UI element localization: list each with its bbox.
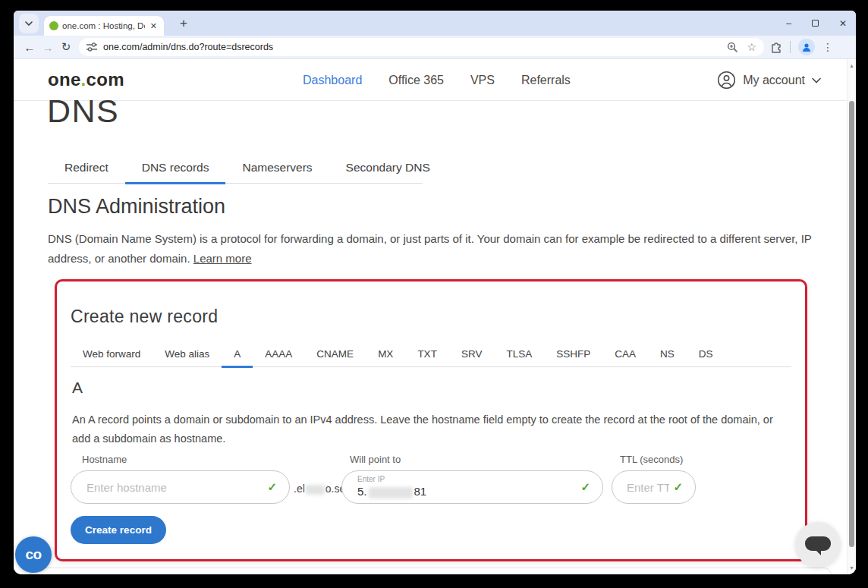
profile-avatar[interactable] bbox=[798, 39, 815, 55]
will-point-to-field[interactable]: Enter IP 5.81 ✓ bbox=[341, 470, 603, 504]
bookmark-star-icon[interactable]: ☆ bbox=[747, 41, 756, 53]
ip-valid-check-icon: ✓ bbox=[580, 480, 590, 494]
dns-section-tabs: Redirect DNS records Nameservers Seconda… bbox=[48, 152, 423, 184]
minimize-button[interactable]: – bbox=[786, 19, 791, 28]
learn-more-link[interactable]: Learn more bbox=[193, 252, 252, 265]
create-record-card: Create new record Web forward Web alias … bbox=[55, 279, 807, 561]
ip-suffix: 81 bbox=[414, 485, 427, 498]
my-account-label: My account bbox=[743, 74, 805, 87]
hostname-field[interactable]: ✓ bbox=[71, 470, 290, 504]
record-type-tabs: Web forward Web alias A AAAA CNAME MX TX… bbox=[71, 341, 791, 367]
domain-suffix-prefix: .el bbox=[294, 483, 305, 495]
next-card-edge bbox=[30, 568, 832, 574]
logo-one: one bbox=[48, 69, 81, 90]
nav-referrals[interactable]: Referrals bbox=[521, 74, 571, 87]
domain-suffix: .elo.se bbox=[294, 483, 345, 495]
page-title: DNS bbox=[47, 93, 119, 130]
dns-description-text: DNS (Domain Name System) is a protocol f… bbox=[48, 232, 812, 265]
record-tab-sshfp[interactable]: SSHFP bbox=[544, 341, 602, 366]
extensions-icon[interactable] bbox=[770, 41, 782, 53]
screenshot-canvas: one.com : Hosting, Domain, Em ✕ + – ✕ ← … bbox=[0, 0, 868, 588]
tab-nameservers[interactable]: Nameservers bbox=[225, 152, 329, 183]
record-tab-web-forward[interactable]: Web forward bbox=[71, 341, 153, 366]
tab-search-button[interactable] bbox=[19, 14, 39, 33]
a-record-heading: A bbox=[72, 379, 83, 397]
tab-close-icon[interactable]: ✕ bbox=[149, 21, 159, 31]
nav-dashboard[interactable]: Dashboard bbox=[303, 74, 362, 87]
url-bar[interactable]: one.com/admin/dns.do?route=dsrecords ☆ bbox=[79, 38, 764, 56]
nav-vps[interactable]: VPS bbox=[470, 74, 495, 87]
hostname-valid-check-icon: ✓ bbox=[267, 480, 277, 494]
dns-description: DNS (Domain Name System) is a protocol f… bbox=[48, 229, 816, 269]
browser-tabstrip: one.com : Hosting, Domain, Em ✕ + – ✕ bbox=[14, 11, 856, 36]
my-account-menu[interactable]: My account bbox=[717, 59, 821, 101]
tab-dns-records[interactable]: DNS records bbox=[125, 152, 226, 183]
chevron-down-icon bbox=[812, 77, 821, 83]
co-chat-badge[interactable]: co bbox=[15, 536, 52, 573]
close-button[interactable]: ✕ bbox=[839, 19, 847, 28]
record-tab-cname[interactable]: CNAME bbox=[304, 341, 366, 366]
one-com-logo: one.com bbox=[48, 69, 124, 90]
record-tab-web-alias[interactable]: Web alias bbox=[153, 341, 222, 366]
zoom-icon[interactable] bbox=[727, 42, 737, 52]
scrollbar-down-icon[interactable]: ▼ bbox=[848, 565, 856, 571]
tab-title: one.com : Hosting, Domain, Em bbox=[62, 21, 145, 30]
create-record-button[interactable]: Create record bbox=[71, 516, 166, 544]
browser-menu-icon[interactable]: ⋮ bbox=[822, 41, 833, 53]
record-tab-tlsa[interactable]: TLSA bbox=[494, 341, 544, 366]
a-record-description: An A record points a domain or subdomain… bbox=[72, 410, 787, 448]
browser-toolbar: ← → ↻ one.com/admin/dns.do?route=dsrecor… bbox=[14, 36, 856, 59]
url-text[interactable]: one.com/admin/dns.do?route=dsrecords bbox=[103, 42, 718, 52]
browser-tab[interactable]: one.com : Hosting, Domain, Em ✕ bbox=[44, 16, 164, 36]
main-nav: Dashboard Office 365 VPS Referrals bbox=[303, 59, 571, 101]
record-tab-ds[interactable]: DS bbox=[687, 341, 725, 366]
redacted-ip bbox=[369, 487, 413, 498]
hostname-label: Hostname bbox=[82, 454, 127, 465]
back-button[interactable]: ← bbox=[20, 38, 39, 56]
will-point-to-label: Will point to bbox=[350, 454, 401, 465]
tab-redirect[interactable]: Redirect bbox=[48, 152, 125, 183]
logo-dot: . bbox=[81, 69, 86, 90]
chat-bubble-tail bbox=[816, 550, 821, 555]
nav-office365[interactable]: Office 365 bbox=[388, 74, 444, 87]
ttl-valid-check-icon: ✓ bbox=[673, 480, 683, 494]
record-tab-txt[interactable]: TXT bbox=[405, 341, 449, 366]
chat-bubble-icon bbox=[805, 536, 831, 551]
ip-value[interactable]: 5.81 bbox=[357, 485, 426, 498]
logo-com: com bbox=[86, 69, 124, 90]
tab-favicon-icon bbox=[49, 21, 58, 30]
account-person-icon bbox=[717, 71, 736, 90]
scrollbar-up-icon[interactable]: ▲ bbox=[848, 63, 856, 68]
record-tab-mx[interactable]: MX bbox=[366, 341, 405, 366]
chat-button[interactable] bbox=[795, 522, 841, 568]
new-tab-button[interactable]: + bbox=[175, 14, 193, 33]
scrollbar-thumb[interactable] bbox=[849, 101, 854, 547]
toolbar-right: ⋮ bbox=[770, 39, 833, 55]
hostname-input[interactable] bbox=[71, 471, 289, 503]
record-tab-srv[interactable]: SRV bbox=[449, 341, 495, 366]
dns-administration-heading: DNS Administration bbox=[48, 195, 225, 219]
ip-prefix: 5. bbox=[357, 485, 367, 498]
window-controls: – ✕ bbox=[786, 11, 847, 36]
forward-button[interactable]: → bbox=[39, 38, 57, 56]
maximize-button[interactable] bbox=[812, 20, 819, 27]
page-scrollbar[interactable]: ▲ ▼ bbox=[847, 59, 856, 574]
record-tab-aaaa[interactable]: AAAA bbox=[253, 341, 304, 366]
create-record-heading: Create new record bbox=[71, 307, 218, 327]
record-tab-ns[interactable]: NS bbox=[648, 341, 687, 366]
ttl-field[interactable]: ✓ bbox=[612, 470, 696, 504]
reload-button[interactable]: ↻ bbox=[57, 38, 75, 56]
record-tab-a[interactable]: A bbox=[222, 341, 253, 366]
tab-secondary-dns[interactable]: Secondary DNS bbox=[329, 152, 447, 183]
toolbar-separator bbox=[790, 41, 791, 53]
ttl-label: TTL (seconds) bbox=[620, 454, 683, 465]
record-tab-caa[interactable]: CAA bbox=[602, 341, 648, 366]
redacted-domain bbox=[306, 485, 325, 495]
enter-ip-inner-label: Enter IP bbox=[357, 475, 385, 483]
browser-window: one.com : Hosting, Domain, Em ✕ + – ✕ ← … bbox=[14, 11, 856, 574]
site-settings-icon[interactable] bbox=[86, 42, 97, 52]
chevron-down-icon bbox=[25, 21, 33, 26]
